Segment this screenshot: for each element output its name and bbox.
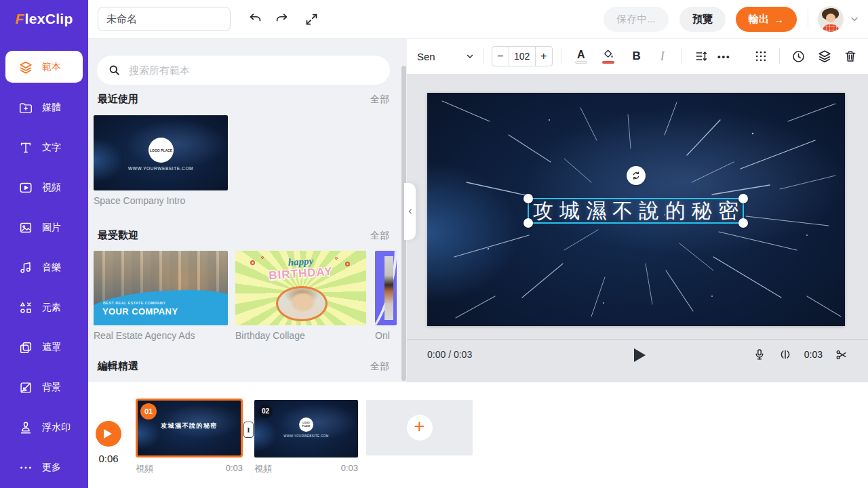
font-size-value[interactable]: 102 bbox=[509, 46, 536, 66]
undo-button[interactable] bbox=[244, 7, 267, 30]
template-thumb-partial[interactable] bbox=[375, 251, 397, 325]
playback-bar: 0:00 / 0:03 0:03 bbox=[407, 339, 868, 369]
background-icon bbox=[18, 380, 33, 395]
export-label: 輸出 bbox=[749, 13, 769, 26]
canvas-text-element[interactable]: 攻城濕不說的秘密 bbox=[533, 201, 745, 221]
image-icon bbox=[18, 220, 33, 235]
more-formatting-button[interactable]: ••• bbox=[713, 45, 736, 68]
popular-section-header: 最受歡迎 全部 bbox=[98, 229, 389, 242]
sidebar-item-background[interactable]: 背景 bbox=[0, 367, 88, 407]
fullscreen-button[interactable] bbox=[300, 7, 323, 30]
template-thumb-real-estate[interactable]: BEST REAL ESTATE COMPANY YOUR COMPANY bbox=[94, 251, 228, 325]
grid-layout-button[interactable] bbox=[754, 49, 768, 63]
template-thumb-space-intro[interactable]: LOGO PLACE WWW.YOURWEBSITE.COM bbox=[94, 115, 228, 190]
layers-button[interactable] bbox=[817, 49, 832, 64]
font-family-select[interactable]: Sen bbox=[417, 51, 475, 62]
voiceover-button[interactable] bbox=[753, 348, 766, 361]
sidebar-item-images[interactable]: 圖片 bbox=[0, 207, 88, 247]
fill-color-swatch bbox=[602, 61, 614, 64]
export-button[interactable]: 輸出 → bbox=[736, 7, 797, 32]
video-canvas[interactable]: 攻城濕不說的秘密 bbox=[427, 93, 845, 326]
transition-button[interactable]: I bbox=[243, 422, 254, 438]
sidebar-item-mask[interactable]: 遮罩 bbox=[0, 327, 88, 367]
italic-button[interactable]: I bbox=[652, 45, 673, 68]
font-size-increase-button[interactable]: + bbox=[536, 46, 552, 66]
trash-icon bbox=[844, 49, 857, 63]
duration-button[interactable] bbox=[791, 49, 806, 64]
microphone-icon bbox=[753, 348, 766, 361]
see-all-link[interactable]: 全部 bbox=[370, 361, 389, 373]
redo-button[interactable] bbox=[270, 7, 293, 30]
play-button[interactable] bbox=[629, 345, 650, 365]
thumb-photo-strip bbox=[384, 256, 393, 320]
toolbar-divider bbox=[483, 48, 484, 64]
trim-button[interactable] bbox=[835, 348, 848, 361]
timeline-play-button[interactable] bbox=[96, 421, 121, 447]
template-thumb-birthday[interactable]: happy BIRTHDAY bbox=[235, 251, 366, 325]
sidebar-item-music[interactable]: 音樂 bbox=[0, 247, 88, 287]
text-color-button[interactable]: A bbox=[570, 45, 593, 68]
toolbar-divider bbox=[681, 48, 682, 64]
timeline-clip-1-selected[interactable]: 01 攻城濕不說的秘密 bbox=[136, 399, 243, 458]
text-icon bbox=[18, 140, 33, 155]
template-search[interactable] bbox=[97, 56, 390, 85]
sidebar-item-video[interactable]: 視頻 bbox=[0, 167, 88, 207]
section-title: 最受歡迎 bbox=[98, 229, 138, 242]
split-icon bbox=[778, 348, 792, 361]
fill-color-button[interactable] bbox=[597, 45, 620, 68]
sidebar-item-label: 文字 bbox=[42, 142, 61, 154]
clip-url-text: WWW.YOURWEBSITE.COM bbox=[254, 434, 358, 438]
rotate-handle[interactable] bbox=[627, 166, 646, 185]
sidebar-item-text[interactable]: 文字 bbox=[0, 127, 88, 167]
add-scene-button[interactable]: + bbox=[366, 400, 473, 455]
project-title-input[interactable] bbox=[98, 7, 231, 31]
template-caption: Real Estate Agency Ads bbox=[94, 330, 195, 341]
line-spacing-button[interactable] bbox=[690, 45, 713, 68]
resize-handle-bottom-right[interactable] bbox=[738, 218, 748, 228]
account-menu-chevron[interactable] bbox=[849, 14, 860, 24]
media-icon bbox=[18, 100, 33, 115]
play-icon bbox=[634, 348, 646, 362]
sidebar-item-label: 媒體 bbox=[42, 102, 61, 114]
sidebar-item-templates[interactable]: 範本 bbox=[5, 51, 83, 83]
saving-status-button[interactable]: 保存中... bbox=[604, 7, 669, 32]
text-color-letter: A bbox=[577, 49, 585, 60]
sidebar-item-media[interactable]: 媒體 bbox=[0, 87, 88, 127]
sidebar-item-watermark[interactable]: 浮水印 bbox=[0, 407, 88, 447]
timeline-clip-2[interactable]: 02 LOGO PLACE WWW.YOURWEBSITE.COM bbox=[254, 400, 358, 458]
sidebar-item-label: 圖片 bbox=[42, 222, 61, 234]
user-avatar[interactable] bbox=[818, 6, 844, 32]
clip-meta: 視頻 0:03 bbox=[254, 463, 358, 475]
font-size-decrease-button[interactable]: − bbox=[492, 46, 509, 66]
sidebar-item-more[interactable]: 更多 bbox=[0, 447, 88, 487]
preview-label: 預覽 bbox=[692, 13, 713, 26]
template-search-input[interactable] bbox=[127, 64, 379, 77]
delete-button[interactable] bbox=[844, 49, 857, 63]
resize-handle-top-right[interactable] bbox=[738, 194, 748, 203]
thumb-url-text: WWW.YOURWEBSITE.COM bbox=[94, 166, 228, 171]
top-header: FlexClip 保存中... 預覽 輸出 → bbox=[0, 0, 868, 39]
music-icon bbox=[18, 260, 33, 275]
sidebar-item-label: 背景 bbox=[42, 382, 61, 394]
resize-handle-top-left[interactable] bbox=[524, 194, 533, 203]
resize-handle-bottom-left[interactable] bbox=[524, 218, 533, 228]
clock-icon bbox=[791, 49, 806, 64]
clip-number-badge: 02 bbox=[258, 404, 273, 418]
chevron-down-icon bbox=[465, 52, 475, 61]
split-button[interactable] bbox=[778, 348, 792, 361]
clip-duration: 0:03 bbox=[226, 463, 243, 475]
panel-collapse-button[interactable] bbox=[404, 183, 416, 240]
layers-icon bbox=[817, 49, 832, 64]
header-divider bbox=[808, 9, 808, 29]
text-selection-box[interactable]: 攻城濕不說的秘密 bbox=[528, 198, 744, 224]
left-sidebar: 範本 媒體 文字 視頻 圖片 音樂 元素 遮罩 bbox=[0, 39, 88, 488]
toolbar-divider bbox=[561, 48, 561, 64]
see-all-link[interactable]: 全部 bbox=[370, 94, 389, 106]
preview-button[interactable]: 預覽 bbox=[679, 7, 726, 32]
sidebar-item-label: 範本 bbox=[42, 61, 61, 73]
flexclip-logo[interactable]: FlexClip bbox=[0, 0, 88, 39]
avatar-face bbox=[826, 14, 835, 22]
bold-button[interactable]: B bbox=[625, 45, 648, 68]
see-all-link[interactable]: 全部 bbox=[370, 230, 389, 242]
sidebar-item-elements[interactable]: 元素 bbox=[0, 287, 88, 327]
